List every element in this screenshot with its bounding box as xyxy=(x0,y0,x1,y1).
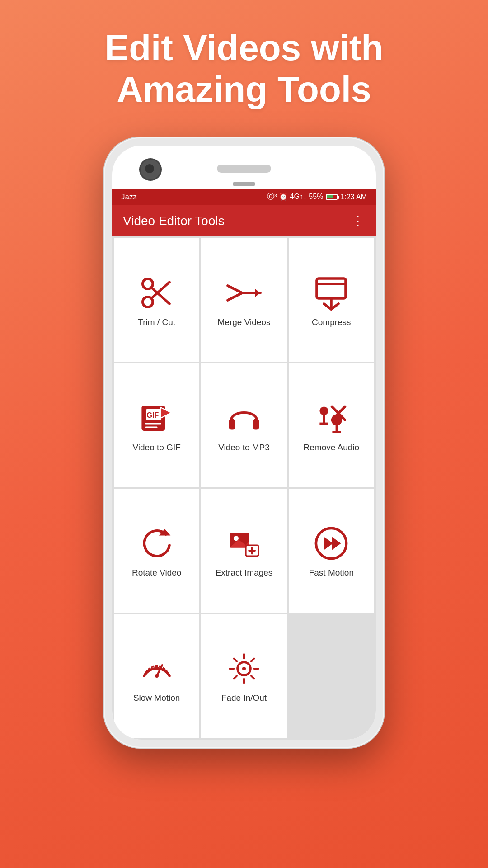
more-options-button[interactable]: ⋮ xyxy=(352,213,365,228)
phone-frame: Jazz ⓪³ ⏰ 4G↑↓ 55% 1:23 AM Video Editor … xyxy=(104,137,384,748)
remove-audio-icon xyxy=(313,400,349,436)
tool-fade-in-out[interactable]: Fade In/Out xyxy=(201,614,286,738)
tool-slow-motion[interactable]: Slow Motion xyxy=(114,614,199,738)
tool-merge-videos[interactable]: Merge Videos xyxy=(201,238,286,362)
rotate-video-icon xyxy=(139,525,175,561)
phone-earpiece xyxy=(233,182,255,186)
phone-speaker xyxy=(217,165,271,173)
svg-point-31 xyxy=(234,536,239,541)
svg-marker-38 xyxy=(332,537,341,550)
svg-marker-7 xyxy=(255,288,260,297)
app-bar-title: Video Editor Tools xyxy=(123,214,225,228)
tool-extract-images[interactable]: Extract Images xyxy=(201,489,286,613)
fast-motion-icon xyxy=(313,525,349,561)
rotate-video-label: Rotate Video xyxy=(132,568,182,578)
slow-motion-label: Slow Motion xyxy=(133,693,180,703)
tool-video-to-mp3[interactable]: Video to MP3 xyxy=(201,363,286,487)
tool-remove-audio[interactable]: Remove Audio xyxy=(289,363,374,487)
phone-screen: Jazz ⓪³ ⏰ 4G↑↓ 55% 1:23 AM Video Editor … xyxy=(112,146,376,740)
phone-camera xyxy=(139,158,162,181)
svg-marker-37 xyxy=(324,537,333,550)
tools-grid: Trim / Cut Merge Videos Compress GIF Vid… xyxy=(112,236,376,740)
signal-icons: ⓪³ ⏰ 4G↑↓ 55% xyxy=(267,192,323,202)
svg-line-50 xyxy=(234,676,237,679)
remove-audio-label: Remove Audio xyxy=(304,443,360,453)
svg-line-4 xyxy=(228,286,242,293)
trim-cut-label: Trim / Cut xyxy=(138,317,175,327)
status-right: ⓪³ ⏰ 4G↑↓ 55% 1:23 AM xyxy=(267,192,367,202)
tool-trim-cut[interactable]: Trim / Cut xyxy=(114,238,199,362)
merge-videos-label: Merge Videos xyxy=(218,317,271,327)
tool-fast-motion[interactable]: Fast Motion xyxy=(289,489,374,613)
tool-video-to-gif[interactable]: GIF Video to GIF xyxy=(114,363,199,487)
hero-title: Edit Videos with Amazing Tools xyxy=(0,27,488,110)
time-text: 1:23 AM xyxy=(340,193,367,201)
slow-motion-icon xyxy=(139,651,175,687)
merge-videos-icon xyxy=(226,275,262,311)
svg-point-40 xyxy=(155,674,159,678)
video-to-gif-icon: GIF xyxy=(139,400,175,436)
svg-line-49 xyxy=(251,659,254,661)
status-bar: Jazz ⓪³ ⏰ 4G↑↓ 55% 1:23 AM xyxy=(112,189,376,205)
fast-motion-label: Fast Motion xyxy=(309,568,354,578)
svg-point-21 xyxy=(320,406,328,415)
svg-line-5 xyxy=(228,293,242,300)
compress-icon xyxy=(313,275,349,311)
compress-label: Compress xyxy=(312,317,351,327)
fade-in-out-icon xyxy=(226,651,262,687)
svg-marker-18 xyxy=(160,407,171,418)
svg-point-42 xyxy=(242,667,246,670)
video-to-gif-label: Video to GIF xyxy=(133,443,181,453)
tool-rotate-video[interactable]: Rotate Video xyxy=(114,489,199,613)
svg-rect-8 xyxy=(317,278,346,298)
svg-rect-20 xyxy=(253,419,259,429)
carrier-text: Jazz xyxy=(121,193,137,202)
app-bar: Video Editor Tools ⋮ xyxy=(112,205,376,236)
svg-text:GIF: GIF xyxy=(146,411,159,419)
tool-compress[interactable]: Compress xyxy=(289,238,374,362)
extract-images-icon xyxy=(226,525,262,561)
extract-images-label: Extract Images xyxy=(216,568,273,578)
svg-rect-19 xyxy=(229,419,235,429)
svg-line-47 xyxy=(234,659,237,661)
video-to-mp3-label: Video to MP3 xyxy=(218,443,270,453)
svg-line-48 xyxy=(251,676,254,679)
video-to-mp3-icon xyxy=(226,400,262,436)
trim-cut-icon xyxy=(139,275,175,311)
fade-in-out-label: Fade In/Out xyxy=(221,693,267,703)
battery-icon xyxy=(326,194,338,200)
